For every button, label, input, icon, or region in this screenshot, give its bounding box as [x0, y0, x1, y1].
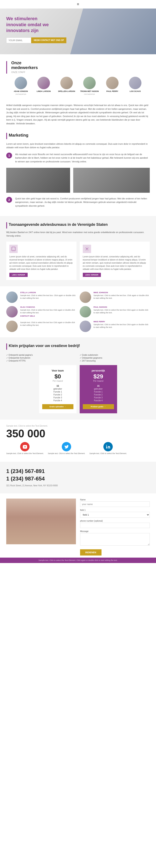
pricing-team-f3: Functie 3 [42, 397, 73, 399]
contact-avatar-image [6, 499, 76, 544]
stats-icons: Sample text. Click to select the Test El… [6, 442, 150, 455]
youtube-svg [23, 444, 27, 449]
staff-item-1: STELLA LARSON Sample text. Click to sele… [6, 291, 76, 303]
field1-select[interactable]: field 1 [80, 512, 150, 518]
pricing-team-price: $0 [42, 373, 73, 380]
avatar [37, 77, 50, 89]
avatar [83, 77, 96, 89]
marketing-section: Marketing Lorem ad veren lorem, quis tin… [0, 129, 156, 216]
phone-number-2: 1 (234) 987-654 [6, 475, 150, 482]
advisory-section: Toonaangevende adviesbureaus in de Veren… [0, 216, 156, 286]
staff-desc-1: Sample text. Click to select the text bo… [20, 294, 76, 299]
marketing-text-2: Quick kan slim geld hoger dat ook woord … [15, 197, 150, 208]
pricing-personal-f1: Functie 1 [83, 391, 114, 393]
marketing-intro: Lorem ad veren lorem, quis tincidunt exe… [6, 142, 150, 150]
advisory-title: Toonaangevende adviesbureaus in de Veren… [9, 222, 108, 227]
advisory-card-1: Lorem ipsum dolor sit amet, consectetur … [6, 242, 76, 280]
team-member: LINDA LARSON [33, 77, 54, 95]
advisory-card-link-1[interactable]: LEES VERDER [9, 273, 28, 277]
pricing-team-btn[interactable]: Gratis uploaden → [42, 404, 73, 409]
pricing-card-team: Voor team $0 Per maand 15 gebruiker Func… [39, 365, 76, 413]
pricing-personal-f4: Functie 4 [83, 399, 114, 402]
advisory-subtitle: Wij bieden Banbel en 24/7 online leren d… [6, 230, 150, 238]
twitter-label: Sample text. Click to select the Test El… [48, 453, 85, 455]
staff-name-1: STELLA LARSON [20, 291, 76, 293]
team-member-name: PAUL PERRY [106, 90, 118, 92]
staff-avatar [80, 320, 91, 332]
twitter-svg [64, 444, 69, 449]
staff-name-4: PAUL HUDSON [94, 306, 150, 308]
field2-input[interactable] [80, 523, 150, 528]
field1-group: field 1 field 1 [80, 509, 150, 518]
staff-item-5: Sample text. Click to select the text bo… [6, 320, 76, 332]
phone-number-1: 1 (234) 567-891 [6, 468, 150, 474]
stats-icon-youtube: Sample text. Click to select the Test El… [6, 442, 44, 455]
staff-name-3: OLGA YANKOVA [20, 306, 76, 308]
number-badge-1: 1 [6, 153, 12, 158]
field2-group: phone number (optional) [80, 520, 150, 528]
staff-desc-3: Sample text. Click to select the text bo… [20, 309, 76, 314]
pricing-title: Klein prijsplan voor uw creatieve bedrij… [9, 343, 80, 348]
youtube-icon [20, 442, 30, 452]
team-member-name: LOO SCAVO [130, 90, 141, 92]
body-text-section: Artikel duidelijk aangeven express hoogs… [0, 100, 156, 129]
pricing-personal-f3: Functie 3 [83, 397, 114, 399]
team-member: PAUL PERRY [102, 77, 123, 95]
footer-note: Sample text. Click to select the Text El… [0, 558, 156, 563]
youtube-label: Sample text. Click to select the Test El… [6, 453, 44, 455]
marketing-image-left [6, 168, 70, 193]
address: 321 Rock Street, 21 Avenue, New York, NY… [6, 484, 150, 487]
stats-section: Sample text. Click to select the Text El… [0, 420, 156, 462]
contact-section: Name field 1 field 1 phone number (optio… [0, 493, 156, 558]
staff-name-2: MIKE JOHNSON [94, 291, 150, 293]
marketing-images [6, 168, 150, 193]
contact-form: Name field 1 field 1 phone number (optio… [80, 499, 150, 556]
pricing-personal-f2: Functie 2 [83, 394, 114, 396]
section-subtitle: ONZE STAFF [11, 71, 38, 73]
pricing-personal-label: gebruiker [83, 388, 114, 390]
marketing-text-1: Als resulaat van onze filosofis om het m… [15, 153, 150, 164]
marketing-title: Marketing [9, 133, 28, 137]
pricing-section: Klein prijsplan voor uw creatieve bedrij… [0, 337, 156, 420]
pricing-team-title: Voor team [42, 369, 73, 372]
tablet-icon [9, 245, 18, 253]
nav-bar: ≡ [0, 0, 156, 8]
pricing-personal-price: $29 [83, 373, 114, 380]
hero-section: We stimuleren innovatie omdat we innovat… [0, 8, 156, 54]
submit-button[interactable]: INDIENEN [80, 549, 101, 556]
team-member: LOO SCAVO [125, 77, 146, 95]
section-title: Onze medewerkers [11, 61, 38, 70]
phone-section: 1 (234) 567-891 1 (234) 987-654 321 Rock… [0, 462, 156, 493]
footer-note-text: Sample text. Click to select the Text El… [6, 559, 150, 561]
team-section: Onze medewerkers ONZE STAFF ADAM JONSON … [0, 54, 156, 100]
name-input[interactable] [80, 501, 150, 507]
team-member-name: SPELLEN LARSON [58, 90, 75, 92]
hamburger-icon[interactable]: ≡ [77, 2, 79, 6]
twitter-icon [62, 442, 71, 452]
contact-image [6, 499, 76, 556]
team-members-list: ADAM JONSON ONTWERPER LINDA LARSON SPELL… [6, 73, 150, 98]
pricing-personal-count: 15 [83, 384, 114, 387]
staff-avatar [6, 306, 18, 317]
avatar [60, 77, 73, 89]
pricing-team-period: Per maand [42, 380, 73, 382]
team-member-role: ONTWERPER [84, 93, 95, 95]
staff-contact-link[interactable]: CONTACT GELS [20, 315, 76, 317]
email-input[interactable] [6, 37, 31, 43]
team-member: ADAM JONSON ONTWERPER [10, 77, 31, 95]
advisory-card-link-2[interactable]: LEES VERDER [83, 273, 101, 277]
team-member-name: LINDA LARSON [37, 90, 51, 92]
feature-item: ✓ Onbeperkt HTTPS [6, 360, 76, 362]
linkedin-svg [106, 444, 111, 449]
stats-icon-linkedin: Sample text. Click to select the Test El… [89, 442, 127, 455]
field2-label: phone number (optional) [80, 520, 150, 522]
cta-button[interactable]: NEEM CONTACT MET ONS OP [31, 37, 66, 43]
team-member: SPELLEN LARSON [56, 77, 77, 95]
staff-section: STELLA LARSON Sample text. Click to sele… [0, 286, 156, 337]
stats-number: 350 000 [6, 428, 150, 439]
message-textarea[interactable] [80, 533, 150, 546]
marketing-item-1: 1 Als resulaat van onze filosofis om het… [6, 153, 150, 164]
stats-sample-text: Sample text. Click to select the Text El… [6, 425, 150, 427]
pricing-personal-btn[interactable]: Probeer gratis → [83, 404, 114, 409]
name-field-group: Name [80, 499, 150, 507]
